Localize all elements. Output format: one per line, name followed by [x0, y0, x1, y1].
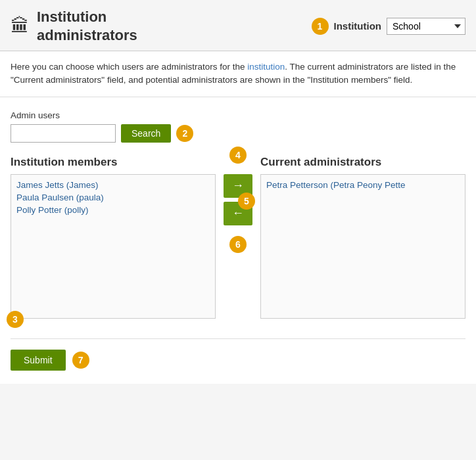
list-item[interactable]: James Jetts (James): [16, 179, 210, 191]
header-right: 1 Institution School: [312, 18, 465, 35]
page-header: 🏛 Institution administrators 1 Instituti…: [0, 0, 476, 51]
institution-link[interactable]: institution: [247, 62, 285, 72]
list-item[interactable]: Paula Paulsen (paula): [16, 191, 210, 204]
badge-7: 7: [72, 352, 89, 369]
submit-button[interactable]: Submit: [11, 350, 66, 371]
badge-3: 3: [7, 311, 24, 328]
institution-select[interactable]: School: [387, 18, 465, 35]
search-button[interactable]: Search: [121, 124, 171, 143]
search-input[interactable]: [11, 124, 116, 143]
current-admins-title: Current administrators: [260, 156, 465, 169]
header-left: 🏛 Institution administrators: [11, 8, 137, 44]
page-title: Institution administrators: [37, 8, 137, 44]
admin-users-section: Admin users Search 2: [11, 110, 465, 143]
lists-container: Institution members James Jetts (James) …: [11, 156, 465, 319]
institution-label: Institution: [334, 20, 381, 32]
institution-members-list[interactable]: James Jetts (James) Paula Paulsen (paula…: [11, 174, 216, 319]
current-admins-section: Current administrators Petra Petterson (…: [260, 156, 465, 319]
current-admins-list[interactable]: Petra Petterson (Petra Peony Pette: [260, 174, 465, 319]
description-text: Here you can choose which users are admi…: [0, 51, 476, 97]
institution-members-title: Institution members: [11, 156, 216, 169]
search-row: Search 2: [11, 124, 465, 143]
badge-2: 2: [176, 125, 193, 142]
badge-5: 5: [238, 193, 255, 210]
main-content: Admin users Search 2 Institution members…: [0, 97, 476, 384]
badge-4: 4: [229, 147, 247, 164]
submit-section: Submit 7: [11, 338, 465, 371]
badge-6: 6: [229, 236, 247, 253]
list-item[interactable]: Polly Potter (polly): [16, 204, 210, 216]
list-item[interactable]: Petra Petterson (Petra Peony Pette: [266, 179, 460, 191]
admin-users-label: Admin users: [11, 110, 465, 120]
institution-icon: 🏛: [11, 15, 29, 37]
badge-1: 1: [312, 18, 329, 35]
institution-members-section: Institution members James Jetts (James) …: [11, 156, 216, 319]
